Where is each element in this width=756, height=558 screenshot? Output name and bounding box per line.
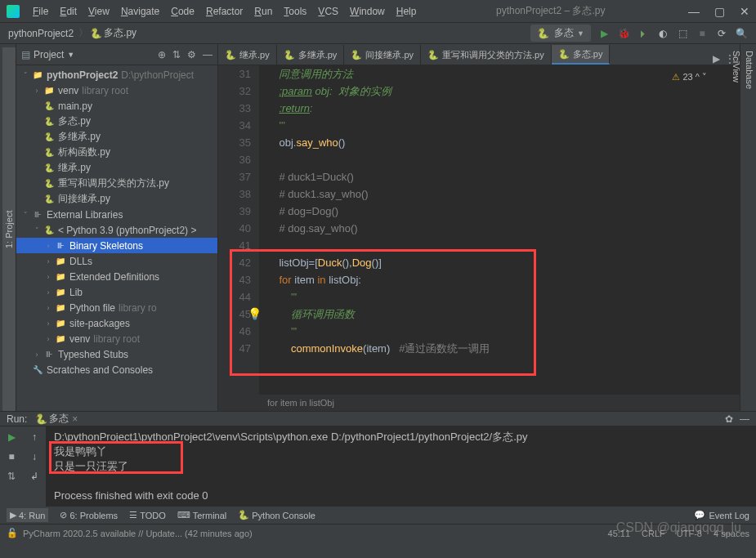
tree-item[interactable]: ›📁venvlibrary root xyxy=(16,83,217,98)
expand-icon[interactable]: ⇅ xyxy=(172,49,181,60)
concurrency-icon[interactable]: ⬚ xyxy=(676,28,689,39)
code-line[interactable]: for item in listObj: xyxy=(267,271,740,288)
tree-item[interactable]: ˅📁pythonProject2D:\pythonProject xyxy=(16,67,217,83)
breadcrumb-project[interactable]: pythonProject2 xyxy=(8,28,74,39)
menu-window[interactable]: Window xyxy=(345,4,390,19)
tree-item[interactable]: 🐍间接继承.py xyxy=(16,191,217,207)
code-line[interactable]: # dog.say_who() xyxy=(267,220,740,237)
gear-icon[interactable]: ⚙ xyxy=(187,49,196,60)
file-encoding[interactable]: UTF-8 xyxy=(677,529,702,538)
project-tree[interactable]: ˅📁pythonProject2D:\pythonProject›📁venvli… xyxy=(16,65,217,411)
code-line[interactable]: 同意调用的方法 xyxy=(267,65,740,83)
rerun-icon[interactable]: ▶ xyxy=(8,431,16,443)
menu-file[interactable]: File xyxy=(28,4,53,19)
stop-icon[interactable]: ■ xyxy=(8,451,14,462)
tab-right-icon[interactable]: ▶ xyxy=(713,53,720,65)
event-log-icon[interactable]: 💬 xyxy=(694,510,705,520)
run-button[interactable]: ▶ xyxy=(597,28,611,39)
tool-tab-project[interactable]: 1: Project xyxy=(2,47,16,411)
chevron-down-icon[interactable]: ▼ xyxy=(67,51,74,59)
project-view-title[interactable]: Project xyxy=(34,49,64,60)
code-line[interactable]: # dog=Dog() xyxy=(267,203,740,220)
code-line[interactable]: # duck1.say_who() xyxy=(267,185,740,203)
code-line[interactable]: ''' xyxy=(267,323,740,340)
bulb-icon[interactable]: 💡 xyxy=(248,306,262,323)
menu-navigate[interactable]: Navigate xyxy=(116,4,164,19)
hide-icon[interactable]: — xyxy=(203,49,212,60)
menu-code[interactable]: Code xyxy=(166,4,199,19)
inspection-badge[interactable]: ⚠ 23 ^ ˅ xyxy=(672,69,707,86)
run-tab-name[interactable]: 多态 xyxy=(49,412,69,426)
editor-tab[interactable]: 🐍多继承.py xyxy=(277,45,345,65)
tree-item[interactable]: 🐍多继承.py xyxy=(16,129,217,145)
code-area[interactable]: ⚠ 23 ^ ˅ 同意调用的方法 :param obj: 对象的实例 :retu… xyxy=(259,65,740,395)
gear-icon[interactable]: ✿ xyxy=(725,413,733,425)
hide-icon[interactable]: — xyxy=(740,413,749,425)
down-icon[interactable]: ↓ xyxy=(32,451,37,462)
run-config-select[interactable]: 🐍 多态 ▼ xyxy=(530,25,591,42)
tree-item[interactable]: ›📁venvlibrary root xyxy=(16,331,217,346)
code-line[interactable]: :param obj: 对象的实例 xyxy=(267,83,740,100)
tree-item[interactable]: 🔧Scratches and Consoles xyxy=(16,362,217,377)
close-icon[interactable]: ✕ xyxy=(740,5,749,18)
editor-tab[interactable]: 🐍重写和调用父类的方法.py xyxy=(421,45,552,65)
code-line[interactable]: 循环调用函数💡 xyxy=(267,306,740,323)
editor[interactable]: 3132333435363738394041424344454647 ⚠ 23 … xyxy=(218,65,740,395)
tool-tab-database[interactable]: Database xyxy=(743,44,756,411)
tree-item[interactable]: ›📁Lib xyxy=(16,284,217,300)
btab-run[interactable]: ▶ 4: Run xyxy=(7,508,48,522)
menu-tools[interactable]: Tools xyxy=(279,4,311,19)
btab-python-console[interactable]: 🐍 Python Console xyxy=(238,510,315,520)
menu-edit[interactable]: Edit xyxy=(55,4,82,19)
menu-run[interactable]: Run xyxy=(249,4,277,19)
code-line[interactable] xyxy=(267,151,740,168)
tool-tab-structure[interactable]: 7: Structure xyxy=(0,351,2,411)
tree-item[interactable]: ›📁DLLs xyxy=(16,253,217,269)
profile-icon[interactable]: ◐ xyxy=(656,28,669,39)
btab-problems[interactable]: ⊘ 6: Problems xyxy=(60,510,118,520)
code-line[interactable]: commonInvoke(item) #通过函数统一调用 xyxy=(267,340,740,357)
search-icon[interactable]: 🔍 xyxy=(735,28,748,39)
btab-eventlog[interactable]: Event Log xyxy=(709,511,749,520)
code-line[interactable]: obj.say_who() xyxy=(267,134,740,151)
tree-item[interactable]: ˅⊪External Libraries xyxy=(16,207,217,222)
console-output[interactable]: D:\pythonProject1\pythonProject2\venv\Sc… xyxy=(46,426,756,507)
layout-icon[interactable]: ⇅ xyxy=(7,471,16,482)
stop-icon[interactable]: ■ xyxy=(696,28,709,39)
tree-item[interactable]: ›📁Python filelibrary ro xyxy=(16,300,217,315)
update-icon[interactable]: ⟳ xyxy=(715,28,728,39)
tree-item[interactable]: ›⊪Typeshed Stubs xyxy=(16,346,217,362)
tree-item[interactable]: ›⊪Binary Skeletons xyxy=(16,238,217,253)
code-line[interactable]: ''' xyxy=(267,288,740,306)
menu-refactor[interactable]: Refactor xyxy=(201,4,248,19)
btab-terminal[interactable]: ⌨ Terminal xyxy=(177,510,227,520)
soft-wrap-icon[interactable]: ↲ xyxy=(30,471,38,482)
tree-item[interactable]: 🐍重写和调用父类的方法.py xyxy=(16,176,217,191)
code-line[interactable]: ''' xyxy=(267,117,740,134)
code-line[interactable]: # duck1=Duck() xyxy=(267,168,740,185)
editor-tab[interactable]: 🐍继承.py xyxy=(218,45,277,65)
tree-item[interactable]: 🐍main.py xyxy=(16,98,217,114)
tree-item[interactable]: ›📁Extended Definitions xyxy=(16,269,217,284)
code-line[interactable]: listObj=[Duck(),Dog()] xyxy=(267,254,740,271)
editor-tab[interactable]: 🐍多态.py xyxy=(552,45,611,65)
close-run-tab-icon[interactable]: × xyxy=(72,413,78,425)
menu-view[interactable]: View xyxy=(83,4,114,19)
run-coverage-icon[interactable]: ⏵ xyxy=(637,28,650,39)
code-line[interactable]: :return: xyxy=(267,100,740,117)
breadcrumb-file[interactable]: 多态.py xyxy=(104,26,136,40)
status-lock-icon[interactable]: 🔓 xyxy=(7,528,18,538)
minimize-icon[interactable]: — xyxy=(688,5,700,18)
editor-tab[interactable]: 🐍间接继承.py xyxy=(344,45,421,65)
tree-item[interactable]: 🐍多态.py xyxy=(16,114,217,129)
tree-item[interactable]: 🐍析构函数.py xyxy=(16,145,217,160)
debug-button[interactable]: 🐞 xyxy=(617,28,630,39)
code-line[interactable] xyxy=(267,237,740,254)
menu-help[interactable]: Help xyxy=(391,4,422,19)
locate-icon[interactable]: ⊕ xyxy=(158,49,166,60)
menu-vcs[interactable]: VCS xyxy=(313,4,343,19)
tree-item[interactable]: 🐍继承.py xyxy=(16,160,217,176)
caret-position[interactable]: 45:11 xyxy=(608,529,631,538)
up-icon[interactable]: ↑ xyxy=(32,431,37,443)
editor-breadcrumb[interactable]: for item in listObj xyxy=(218,395,740,411)
